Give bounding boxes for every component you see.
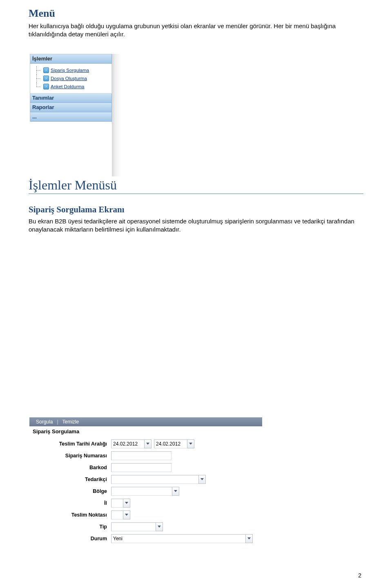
type-input[interactable]	[111, 522, 156, 531]
label-barcode: Barkod	[29, 465, 111, 470]
label-province: İl	[29, 500, 111, 506]
query-toolbar: Sorgula | Temizle	[29, 417, 262, 426]
svg-marker-3	[174, 490, 177, 492]
supplier-input[interactable]	[111, 475, 199, 484]
svg-marker-0	[146, 443, 149, 445]
tree-item-anket-doldurma[interactable]: › Anket Doldurma	[30, 82, 111, 91]
menu-section-tanimlar[interactable]: Tanımlar	[30, 94, 112, 103]
svg-marker-2	[200, 478, 204, 480]
menu-panel-screenshot: İşlemler › Sipariş Sorgulama › Dosya Olu…	[30, 54, 123, 176]
panel-shadow	[112, 54, 121, 176]
tree-link[interactable]: Anket Doldurma	[51, 84, 84, 89]
chevron-right-icon: ›	[43, 67, 49, 73]
label-date-range: Teslim Tarihi Aralığı	[29, 441, 111, 447]
chevron-down-icon[interactable]	[172, 487, 179, 496]
clear-button[interactable]: Temizle	[62, 419, 79, 425]
chevron-down-icon[interactable]	[156, 522, 163, 531]
svg-marker-5	[125, 514, 128, 516]
province-combo[interactable]	[111, 499, 130, 508]
chevron-down-icon[interactable]	[245, 534, 253, 543]
menu-section-more[interactable]: ...	[30, 112, 112, 122]
order-no-input[interactable]	[111, 451, 172, 460]
page-title: Menü	[29, 7, 363, 20]
province-input[interactable]	[111, 499, 123, 508]
date-to-input[interactable]	[154, 439, 187, 448]
chevron-down-icon[interactable]	[187, 439, 194, 448]
chevron-down-icon[interactable]	[123, 499, 130, 508]
tree-item-siparis-sorgulama[interactable]: › Sipariş Sorgulama	[30, 66, 111, 74]
date-from-field[interactable]	[111, 439, 151, 448]
menu-section-islemler[interactable]: İşlemler	[30, 54, 112, 64]
label-supplier: Tedarikçi	[29, 477, 111, 482]
chevron-right-icon: ›	[43, 84, 49, 89]
svg-marker-7	[247, 537, 251, 539]
section-heading: İşlemler Menüsü	[29, 178, 363, 194]
form-title: Sipariş Sorgulama	[33, 428, 262, 434]
toolbar-separator: |	[57, 419, 58, 425]
subsection-paragraph: Bu ekran B2B üyesi tedarikçilere ait ope…	[29, 217, 363, 234]
barcode-input[interactable]	[111, 463, 172, 472]
intro-paragraph: Her kullanıcıya bağlı olduğu uygulama gr…	[29, 22, 363, 39]
label-order-no: Sipariş Numarası	[29, 453, 111, 459]
type-combo[interactable]	[111, 522, 163, 531]
chevron-down-icon[interactable]	[123, 510, 130, 519]
region-input[interactable]	[111, 487, 172, 496]
menu-tree: › Sipariş Sorgulama › Dosya Oluşturma › …	[30, 64, 112, 94]
status-combo[interactable]	[111, 534, 253, 543]
svg-marker-4	[125, 502, 128, 504]
region-combo[interactable]	[111, 487, 179, 496]
chevron-down-icon[interactable]	[144, 439, 151, 448]
chevron-down-icon[interactable]	[198, 475, 206, 484]
date-to-field[interactable]	[154, 439, 194, 448]
subsection-heading: Sipariş Sorgulama Ekranı	[29, 205, 363, 215]
label-type: Tip	[29, 524, 111, 530]
tree-link[interactable]: Dosya Oluşturma	[51, 76, 87, 81]
tree-link[interactable]: Sipariş Sorgulama	[51, 68, 89, 73]
label-status: Durum	[29, 536, 111, 541]
query-button[interactable]: Sorgula	[36, 419, 53, 425]
label-delivery-point: Teslim Noktası	[29, 512, 111, 518]
svg-marker-1	[189, 443, 192, 445]
tree-item-dosya-olusturma[interactable]: › Dosya Oluşturma	[30, 74, 111, 82]
page-number: 2	[358, 572, 361, 579]
status-input[interactable]	[111, 534, 246, 543]
delivery-point-combo[interactable]	[111, 510, 130, 519]
svg-marker-6	[158, 526, 161, 528]
label-region: Bölge	[29, 488, 111, 494]
supplier-combo[interactable]	[111, 475, 206, 484]
delivery-point-input[interactable]	[111, 510, 123, 519]
menu-section-raporlar[interactable]: Raporlar	[30, 103, 112, 112]
query-form-screenshot: Sorgula | Temizle Sipariş Sorgulama Tesl…	[29, 417, 262, 544]
date-from-input[interactable]	[111, 439, 145, 448]
chevron-right-icon: ›	[43, 76, 49, 81]
